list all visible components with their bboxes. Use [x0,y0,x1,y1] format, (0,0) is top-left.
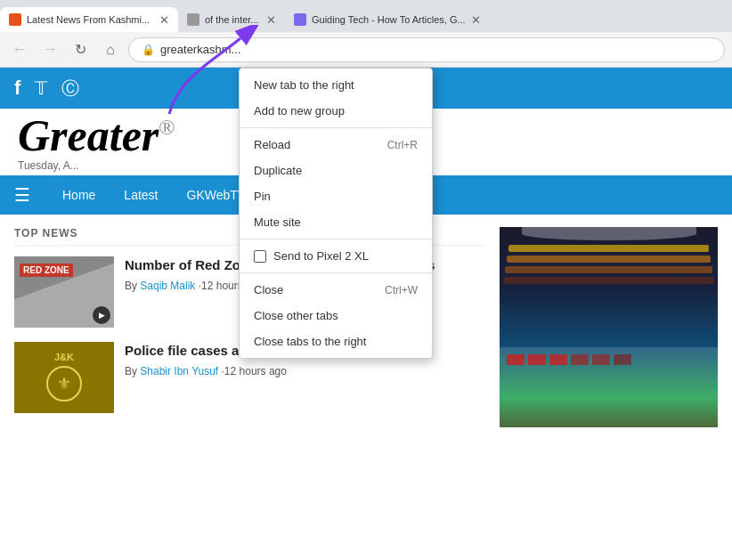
address-input[interactable] [160,43,712,56]
news-thumb-1: RED ZONE ▶ [14,256,114,328]
browser-chrome: Latest News From Kashmi... ✕ of the inte… [0,0,732,68]
menu-separator-2 [240,239,432,239]
news-time-2: ·12 hours ago [222,365,287,377]
menu-item-pin-label: Pin [254,190,271,203]
menu-item-close-shortcut: Ctrl+W [385,284,418,296]
forward-button[interactable]: → [37,37,62,62]
tab-2-favicon [187,13,199,26]
menu-item-close-right[interactable]: Close tabs to the right [240,329,432,354]
address-bar: ← → ↻ ⌂ 🔒 [0,32,732,68]
context-menu: New tab to the right Add to new group Re… [239,68,433,359]
menu-item-close[interactable]: Close Ctrl+W [240,277,432,303]
news-author-1[interactable]: Saqib Malik [140,280,195,292]
pixel-device-icon [254,250,266,263]
menu-item-reload-shortcut: Ctrl+R [387,139,418,151]
menu-item-duplicate-label: Duplicate [254,164,302,177]
nav-link-latest[interactable]: Latest [110,175,172,215]
news-byline-2: By Shabir Ibn Yusuf ·12 hours ago [125,365,485,377]
address-bar-input-wrapper: 🔒 [128,37,725,62]
tab-3-favicon [294,13,306,26]
hamburger-icon[interactable]: ☰ [14,184,30,206]
tab-3-label: Guiding Tech - How To Articles, G... [312,14,466,25]
menu-item-add-to-group-label: Add to new group [254,104,345,118]
tab-1[interactable]: Latest News From Kashmi... ✕ [0,7,178,32]
home-button[interactable]: ⌂ [98,37,123,62]
nav-link-home[interactable]: Home [48,175,110,215]
menu-item-close-other-label: Close other tabs [254,309,338,322]
menu-item-close-label: Close [254,283,283,296]
tab-2-label: of the inter... [205,14,261,25]
menu-item-reload-label: Reload [254,138,290,151]
tab-bar: Latest News From Kashmi... ✕ of the inte… [0,0,732,32]
news-author-2[interactable]: Shabir Ibn Yusuf [140,365,218,377]
menu-item-new-tab-right-label: New tab to the right [254,78,354,92]
facebook-icon[interactable]: f [14,77,20,100]
menu-item-duplicate[interactable]: Duplicate [240,158,432,183]
menu-item-mute-label: Mute site [254,215,301,229]
menu-item-send-to-pixel-label: Send to Pixel 2 XL [273,249,369,263]
tab-3-close[interactable]: ✕ [471,13,481,27]
tab-3[interactable]: Guiding Tech - How To Articles, G... ✕ [285,7,490,32]
tab-1-label: Latest News From Kashmi... [27,14,154,25]
menu-item-reload[interactable]: Reload Ctrl+R [240,132,432,158]
menu-item-add-to-group[interactable]: Add to new group [240,98,432,124]
lock-icon: 🔒 [142,44,155,56]
menu-item-mute[interactable]: Mute site [240,209,432,235]
menu-item-close-other[interactable]: Close other tabs [240,303,432,329]
tab-1-favicon [9,13,21,26]
tab-2-close[interactable]: ✕ [266,13,276,27]
tab-1-close[interactable]: ✕ [159,13,169,27]
menu-item-pin[interactable]: Pin [240,183,432,209]
instagram-icon[interactable]: Ⓒ [61,77,79,101]
side-image [500,227,718,427]
menu-item-send-to-pixel[interactable]: Send to Pixel 2 XL [240,243,432,269]
tab-2[interactable]: of the inter... ✕ [178,7,285,32]
news-thumb-2: J&K ⚜ [14,342,114,413]
menu-separator-1 [240,127,432,128]
menu-separator-3 [240,272,432,273]
menu-item-close-right-label: Close tabs to the right [254,335,366,348]
reload-button[interactable]: ↻ [68,37,93,62]
menu-item-new-tab-right[interactable]: New tab to the right [240,72,432,98]
back-button[interactable]: ← [7,37,32,62]
twitter-icon[interactable]: 𝕋 [35,77,47,99]
